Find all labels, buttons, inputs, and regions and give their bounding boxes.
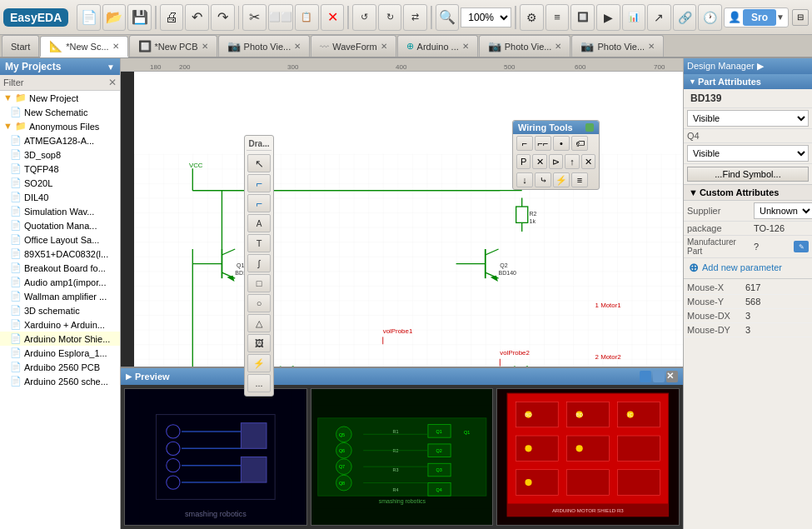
new-file-button[interactable]: 📄 xyxy=(77,4,101,31)
print-button[interactable]: 🖨 xyxy=(160,4,184,31)
undo-button[interactable]: ↶ xyxy=(185,4,209,31)
project-dropdown-arrow[interactable]: ▼ xyxy=(107,62,115,72)
tree-item[interactable]: 📄Arduibo 2560 PCB xyxy=(0,360,120,374)
mfr-part-edit-button[interactable]: ✎ xyxy=(794,241,809,252)
curve-tool-button[interactable]: ∫ xyxy=(247,254,271,272)
tree-item[interactable]: 📄Office Layout Sa... xyxy=(0,232,120,247)
tree-item[interactable]: 📄Arduino Motor Shie... xyxy=(0,332,120,346)
wt-close-button[interactable]: ✕ xyxy=(581,154,595,169)
tab-photo-2[interactable]: 📷 Photo Vie... ✕ xyxy=(479,35,571,57)
tree-item[interactable]: 📄TQFP48 xyxy=(0,162,120,176)
filter-close-button[interactable]: ✕ xyxy=(108,77,117,88)
tab-photo-1[interactable]: 📷 Photo Vie... ✕ xyxy=(218,35,311,57)
tree-item[interactable]: ▼ 📁Anonymous Files xyxy=(0,119,120,133)
simulate-button[interactable]: ▶ xyxy=(596,4,620,31)
flip-button[interactable]: ⇄ xyxy=(403,4,427,31)
tree-item[interactable]: 📄New Schematic xyxy=(0,105,120,119)
zoom-out-button[interactable]: 🔍 xyxy=(436,4,460,31)
preview-item-1[interactable]: smashing robotics xyxy=(124,388,307,526)
bus-tool-button[interactable]: ⌐ xyxy=(247,194,271,212)
bom-button[interactable]: 📊 xyxy=(622,4,646,31)
tab-arduino[interactable]: ⊕ Arduino ... ✕ xyxy=(397,35,478,57)
net-label-button[interactable]: A xyxy=(247,214,271,232)
tab-new-pcb[interactable]: 🔲 *New PCB ✕ xyxy=(129,35,217,57)
tree-item[interactable]: ▼ 📁New Project xyxy=(0,91,120,105)
export-button[interactable]: ↗ xyxy=(647,4,671,31)
preview-item-2[interactable]: Q5 Q6 Q7 Q8 Q1 Q2 Q3 Q4 R1 xyxy=(311,388,494,526)
wt-bus-button[interactable]: ⌐⌐ xyxy=(535,136,551,151)
tab-close-pcb[interactable]: ✕ xyxy=(202,42,208,51)
tab-close-schematic[interactable]: ✕ xyxy=(112,42,119,51)
text-tool-button[interactable]: T xyxy=(247,234,271,252)
rotate-right-button[interactable]: ↻ xyxy=(378,4,402,31)
user-button[interactable]: Sro xyxy=(743,9,776,26)
tree-item[interactable]: 📄Arduino 2560 sche... xyxy=(0,374,120,388)
wire-tool-button[interactable]: ⌐ xyxy=(247,174,271,192)
save-button[interactable]: 💾 xyxy=(127,4,152,31)
tree-item[interactable]: 📄3D_sop8 xyxy=(0,147,120,162)
wt-power-button[interactable]: P xyxy=(516,154,531,169)
history-button[interactable]: 🕐 xyxy=(698,4,722,31)
tab-photo-3[interactable]: 📷 Photo Vie... ✕ xyxy=(571,35,664,57)
tree-item[interactable]: 📄Audio amp1(impor... xyxy=(0,275,120,289)
visibility-select-1[interactable]: Visible Hidden xyxy=(687,110,809,127)
wt-vcc-button[interactable]: ↑ xyxy=(565,154,579,169)
wt-netport-button[interactable]: ⊳ xyxy=(549,154,563,169)
wt-gnd-button[interactable]: ↓ xyxy=(516,172,533,187)
design-manager-button[interactable]: Design Manager ▶ xyxy=(684,58,812,74)
more-tools-button[interactable]: ... xyxy=(247,374,271,392)
find-symbol-button[interactable]: ...Find Symbol... xyxy=(687,167,809,182)
paste-button[interactable]: 📋 xyxy=(295,4,319,31)
tree-item[interactable]: 📄Arduino Esplora_1... xyxy=(0,346,120,360)
wt-junction-button[interactable]: • xyxy=(553,136,570,151)
probe-tool-button[interactable]: ⚡ xyxy=(247,354,271,372)
project-header[interactable]: My Projects ▼ xyxy=(0,58,120,75)
wt-netlabel-button[interactable]: 🏷 xyxy=(571,136,588,151)
wt-noconnect-button[interactable]: ✕ xyxy=(532,154,546,169)
tree-item[interactable]: 📄ATMEGA128-A... xyxy=(0,133,120,147)
ellipse-tool-button[interactable]: ○ xyxy=(247,294,271,312)
wt-wire-button[interactable]: ⌐ xyxy=(516,136,533,151)
netlist-button[interactable]: ≡ xyxy=(545,4,570,31)
redo-button[interactable]: ↷ xyxy=(211,4,235,31)
tab-close-arduino[interactable]: ✕ xyxy=(462,42,469,51)
visibility-select-2[interactable]: Visible Hidden xyxy=(687,145,809,162)
tab-close-photo-3[interactable]: ✕ xyxy=(648,42,655,51)
wt-probe-button[interactable]: ⚡ xyxy=(553,172,570,187)
tree-item[interactable]: 📄Quotation Mana... xyxy=(0,218,120,232)
tree-item[interactable]: 📄89X51+DAC0832(l... xyxy=(0,247,120,261)
wt-busentry-button[interactable]: ⤷ xyxy=(535,172,551,187)
zoom-select[interactable]: 100%50%200% xyxy=(461,7,511,27)
tab-waveform[interactable]: 〰 WaveForm ✕ xyxy=(311,35,396,57)
cut-button[interactable]: ✂ xyxy=(242,4,267,31)
preview-expand-button[interactable] xyxy=(653,371,665,382)
polygon-tool-button[interactable]: △ xyxy=(247,314,271,332)
tree-item[interactable]: 📄Xarduino + Arduin... xyxy=(0,317,120,332)
rect-tool-button[interactable]: □ xyxy=(247,274,271,292)
select-tool-button[interactable]: ↖ xyxy=(247,154,271,172)
image-tool-button[interactable]: 🖼 xyxy=(247,334,271,352)
add-param-button[interactable]: ⊕ Add new parameter xyxy=(684,258,812,277)
window-controls[interactable]: ⊟ xyxy=(792,9,809,26)
tab-close-wave[interactable]: ✕ xyxy=(381,42,387,51)
tree-item[interactable]: 📄3D schematic xyxy=(0,303,120,317)
tree-item[interactable]: 📄Breakout Board fo... xyxy=(0,261,120,275)
preview-close-button[interactable]: ✕ xyxy=(666,371,678,382)
share-button[interactable]: 🔗 xyxy=(673,4,697,31)
copy-button[interactable]: ⬜⬜ xyxy=(268,4,293,31)
supplier-select[interactable]: Unknown Digikey Mouser xyxy=(754,202,812,219)
tab-new-schematic[interactable]: 📐 *New Sc... ✕ xyxy=(40,36,127,57)
pcb-button[interactable]: 🔲 xyxy=(570,4,595,31)
delete-button[interactable]: ✕ xyxy=(321,4,345,31)
tree-item[interactable]: 📄DIL40 xyxy=(0,190,120,204)
tab-close-photo-1[interactable]: ✕ xyxy=(294,42,301,51)
canvas-area[interactable]: 180 200 300 400 500 600 700 VCC xyxy=(121,58,683,529)
tree-item[interactable]: 📄Simulation Wav... xyxy=(0,204,120,218)
tab-start[interactable]: Start xyxy=(2,35,39,57)
tree-item[interactable]: 📄Wallman amplifier ... xyxy=(0,289,120,303)
preview-settings-button[interactable] xyxy=(640,371,651,382)
settings-button[interactable]: ⚙ xyxy=(520,4,544,31)
wt-multirow-button[interactable]: ≡ xyxy=(571,172,588,187)
tree-item[interactable]: 📄SO20L xyxy=(0,176,120,190)
preview-item-3[interactable]: BD BD IC ARDUINO MOTOR SHIELD R3 xyxy=(496,388,680,526)
